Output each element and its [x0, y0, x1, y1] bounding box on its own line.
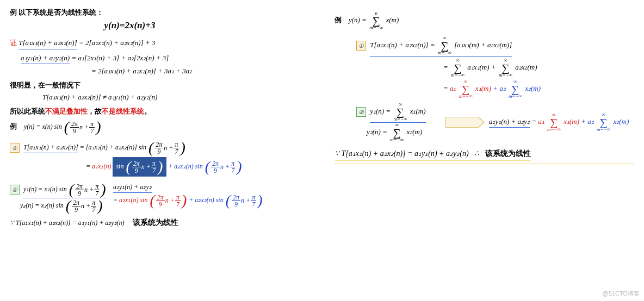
finaleq: T[a₁x₁(n) + a₂x₂(n)] = a₁y₁(n) + a₂y₂(n) — [16, 219, 125, 227]
c1b: 不满足叠加性 — [45, 107, 88, 115]
proof-line3: = 2[a₁x₁(n) + a₂x₂(n)] + 3a₁ + 3a₂ — [10, 66, 315, 77]
ex1-y: y(n) — [104, 20, 119, 30]
combo: a₁y₁(n) + a₂y₂ — [113, 182, 152, 193]
conclusion1: 所以此系统不满足叠加性，故不是线性系统。 — [10, 106, 315, 117]
r-combo: a₁y₁(n) + a₂y₂ = a₁ ∞∑m=−∞ x₁(m) + a₂ ∞∑… — [489, 112, 629, 132]
underline-bar — [335, 163, 634, 164]
r-s1: T[a₁x₁(n) + a₂x₂(n)] = ∞∑m=−∞ [a₁x₁(m) +… — [370, 36, 512, 57]
r-step1b: = ∞∑m=−∞ a₁x₁(m) + ∞∑m=−∞ a₂x₂(m) — [335, 58, 634, 78]
y1def: y₁(n) = x₁(n) sin ( 2π9 n + π7 ) — [23, 182, 107, 198]
c1e: 。 — [144, 107, 151, 115]
ysin: y(n) = x(n) sin — [24, 123, 62, 130]
r-final-ul: ∵ T[a₁x₁(n) + a₂x₂(n)] = a₁y₁(n) + a₂y₂(… — [335, 148, 531, 161]
ex-title: 以下系统是否为线性系统： — [18, 8, 103, 16]
r-final: ∵ T[a₁x₁(n) + a₂x₂(n)] = a₁y₁(n) + a₂y₂(… — [335, 148, 634, 161]
ex1-formula: y(n)=2x(n)+3 — [0, 18, 315, 33]
eq1-lhs: T[a₁x₁(n) + a₂x₂(n)] — [18, 37, 77, 49]
r-y1: y₁(n) = ∞∑m=−∞ x₁(m) — [370, 102, 425, 123]
r-y2: y₂(n) = ∞∑m=−∞ x₂(m) — [367, 128, 422, 136]
proof-line1: 证 T[a₁x₁(n) + a₂x₂(n)] = 2[a₁x₁(n) + a₂x… — [10, 37, 315, 49]
obvious-text: 很明显，在一般情况下 — [10, 80, 315, 91]
r-step2-num: ② — [356, 107, 366, 117]
proof-line2: a₁y₁(n) + a₂y₂(n) = a₁[2x₁(n) + 3] + a₂[… — [10, 53, 315, 65]
c1d: 不是线性系统 — [102, 107, 144, 115]
t2: a₂x₂(n) — [174, 162, 193, 170]
ex2-label: 例 — [10, 122, 17, 130]
ex3-label: 例 — [335, 16, 342, 24]
ex2-final: ∵ T[a₁x₁(n) + a₂x₂(n)] = a₁y₁(n) + a₂y₂(… — [10, 217, 315, 228]
arrow-icon — [445, 117, 479, 128]
r-step1c: = a₁ ∞∑m=−∞ x₁(m) + a₂ ∞∑m=−∞ x₂(m) — [335, 79, 634, 99]
t1: a₁x₁(n) — [92, 162, 111, 170]
ex2-header: 例 y(n) = x(n) sin ( 2π9 n + π7 ) — [10, 120, 315, 135]
conc2: 该系统为线性 — [133, 218, 178, 227]
ex1-2x: 2x(n) — [125, 20, 145, 30]
ex-label: 例 — [10, 8, 17, 16]
c1c: ，故 — [88, 107, 102, 115]
eq1-rhs: = 2[a₁x₁(n) + a₂x₂(n)] + 3 — [77, 39, 156, 47]
s1lhs: T[a₁x₁(n) + a₂x₂(n)] — [23, 142, 78, 153]
left-column: 例 以下系统是否为线性系统： y(n)=2x(n)+3 证 T[a₁x₁(n) … — [0, 0, 325, 301]
neq-line: T[a₁x₁(n) + a₂x₂(n)] ≠ a₁y₁(n) + a₂y₂(n) — [10, 92, 315, 103]
ex2-formula: y(n) = x(n) sin ( 2π9 n + π7 ) — [24, 123, 102, 130]
combo-rhs: a₁y₁(n) + a₂y₂ = a₁x₁(n) sin ( 2π9 n + π… — [113, 182, 263, 208]
s1rhs: = [a₁x₁(n) + a₂x₂(n)] sin — [78, 143, 146, 151]
r-step2: ② y₁(n) = ∞∑m=−∞ x₁(m) y₂(n) = ∞∑m=−∞ x₂… — [335, 102, 634, 142]
f2pi: 2π — [70, 121, 79, 128]
step2-num: ② — [10, 185, 20, 195]
proof-label: 证 — [10, 39, 17, 47]
f7: 7 — [89, 128, 95, 134]
eqm: = — [86, 162, 90, 170]
ex2-step2: ② y₁(n) = x₁(n) sin ( 2π9 n + π7 ) y₂(n)… — [10, 182, 315, 214]
right-column: 例 y(n) = n∑m=−∞ x(m) ① T[a₁x₁(n) + a₂x₂(… — [325, 0, 644, 301]
ex2-step1b: = a₁x₁(n) sin ( 2π9 n + π7 ) + a₂x₂(n) s… — [10, 157, 315, 177]
c1a: 所以此系统 — [10, 107, 45, 115]
f9: 9 — [70, 128, 79, 134]
r-step1-num: ① — [356, 41, 366, 51]
step1-num: ① — [10, 143, 20, 153]
ex1-p3: +3 — [145, 20, 155, 30]
fpi: π — [89, 121, 95, 128]
eq2-rhs: = a₁[2x₁(n) + 3] + a₂[2x₂(n) + 3] — [70, 54, 169, 62]
watermark: @51CTO博客 — [603, 290, 640, 298]
ex3-header: 例 y(n) = n∑m=−∞ x(m) — [335, 11, 634, 30]
ex1-header: 例 以下系统是否为线性系统： — [10, 7, 315, 18]
y2def: y₂(n) = x₂(n) sin ( 2π9 n + π7 ) — [20, 202, 103, 209]
bec: ∵ — [10, 219, 14, 227]
r-conc: 该系统为线性 — [485, 149, 531, 158]
ex2-step1: ① T[a₁x₁(n) + a₂x₂(n)] = [a₁x₁(n) + a₂x₂… — [10, 140, 315, 155]
eq2-lhs: a₁y₁(n) + a₂y₂(n) — [21, 53, 70, 65]
ex3-formula: y(n) = n∑m=−∞ x(m) — [349, 16, 399, 24]
r-step1: ① T[a₁x₁(n) + a₂x₂(n)] = ∞∑m=−∞ [a₁x₁(m)… — [335, 36, 634, 57]
nplus: n + — [79, 122, 89, 132]
highlight-box: sin ( 2π9 n + π7 ) — [113, 157, 166, 177]
